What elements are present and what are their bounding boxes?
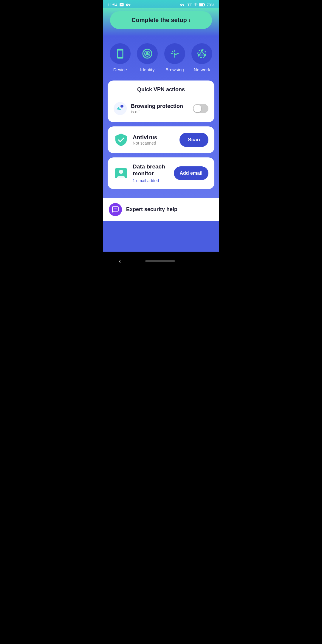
top-banner: Complete the setup › [103, 8, 219, 36]
svg-point-21 [120, 105, 123, 108]
antivirus-status: Not scanned [133, 141, 175, 145]
svg-point-24 [119, 170, 123, 174]
time-display: 11:54 [108, 3, 117, 7]
expert-icon-circle [109, 203, 122, 216]
battery-icon [199, 3, 205, 7]
scan-button[interactable]: Scan [179, 133, 208, 147]
svg-rect-2 [199, 4, 203, 6]
svg-line-11 [172, 51, 173, 52]
vpn-arrow-icon [114, 102, 127, 115]
toggle-knob [193, 105, 201, 112]
antivirus-row: Antivirus Not scanned Scan [114, 132, 208, 147]
breach-email-count: 1 email added [133, 178, 170, 183]
svg-point-25 [114, 208, 115, 209]
device-label: Device [113, 67, 127, 72]
browsing-label: Browsing [165, 67, 184, 72]
breach-row: Data breachmonitor 1 email added Add ema… [114, 163, 208, 183]
network-label: Network [194, 67, 210, 72]
expert-help-label: Expert security help [126, 206, 177, 213]
key-icon [180, 3, 184, 7]
data-breach-card: Data breachmonitor 1 email added Add ema… [108, 157, 214, 189]
browsing-protection-toggle[interactable] [193, 104, 208, 113]
cards-area: Quick VPN actions Browsing protection is… [103, 80, 219, 198]
svg-point-27 [116, 208, 117, 209]
status-left: 11:54 [108, 2, 131, 7]
signal-icon [193, 3, 198, 7]
breach-monitor-name: Data breachmonitor [133, 163, 170, 177]
vpn-row: Browsing protection is off [114, 102, 208, 115]
nav-bar: ‹ [103, 252, 219, 273]
status-right: LTE 70% [180, 3, 214, 7]
svg-line-18 [199, 52, 202, 55]
browsing-icon [169, 48, 180, 59]
antivirus-text: Antivirus Not scanned [133, 134, 175, 145]
battery-level: 70% [207, 3, 214, 7]
svg-point-14 [201, 49, 203, 52]
identity-label: Identity [140, 67, 154, 72]
svg-point-26 [115, 208, 116, 209]
back-button[interactable]: ‹ [112, 255, 128, 267]
antivirus-card: Antivirus Not scanned Scan [108, 126, 214, 153]
vpn-text: Browsing protection is off [131, 103, 189, 114]
quick-vpn-title: Quick VPN actions [114, 86, 208, 97]
svg-point-6 [146, 52, 148, 53]
icons-row: Device Identity [103, 36, 219, 80]
data-breach-icon [114, 166, 129, 181]
breach-text: Data breachmonitor 1 email added [133, 163, 170, 183]
antivirus-name: Antivirus [133, 134, 175, 141]
vpn-protection-status: is off [131, 109, 189, 114]
network-icon [196, 48, 207, 59]
setup-button[interactable]: Complete the setup › [110, 11, 212, 29]
browsing-icon-circle [164, 43, 185, 64]
device-icon [115, 48, 126, 59]
home-indicator[interactable] [145, 260, 175, 262]
network-type: LTE [185, 3, 192, 7]
add-email-button[interactable]: Add email [174, 166, 208, 180]
svg-rect-1 [204, 4, 205, 6]
identity-icon-item[interactable]: Identity [137, 43, 158, 72]
svg-point-20 [114, 102, 127, 115]
antivirus-shield-icon [114, 132, 129, 147]
vpn-icon [126, 2, 131, 7]
chat-icon [112, 206, 119, 213]
device-icon-item[interactable]: Device [110, 43, 131, 72]
identity-icon-circle [137, 43, 158, 64]
network-icon-circle [191, 43, 212, 64]
network-icon-item[interactable]: Network [191, 43, 212, 72]
quick-vpn-card: Quick VPN actions Browsing protection is… [108, 80, 214, 122]
vpn-protection-name: Browsing protection [131, 103, 189, 109]
svg-line-17 [202, 52, 204, 55]
identity-icon [142, 48, 153, 59]
expert-help-section[interactable]: Expert security help [103, 198, 219, 221]
status-bar: 11:54 LTE [103, 0, 219, 8]
device-icon-circle [110, 43, 131, 64]
browsing-icon-item[interactable]: Browsing [164, 43, 185, 72]
gmail-icon [119, 2, 124, 7]
